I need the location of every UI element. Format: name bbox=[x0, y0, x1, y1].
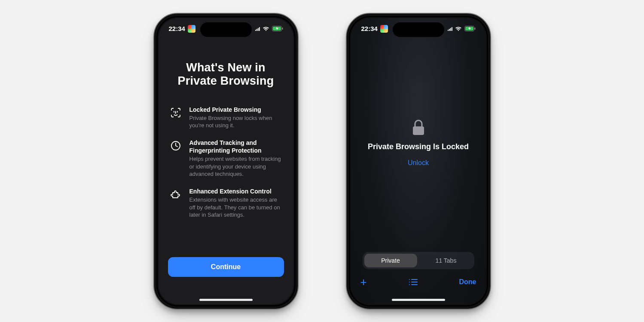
dynamic-island bbox=[393, 22, 444, 37]
feature-list: Locked Private Browsing Private Browsing… bbox=[168, 106, 284, 219]
unlock-button[interactable]: Unlock bbox=[404, 157, 432, 169]
locked-title: Private Browsing Is Locked bbox=[368, 142, 469, 151]
wifi-icon bbox=[262, 26, 269, 31]
feature-desc: Helps prevent websites from tracking or … bbox=[189, 155, 282, 178]
svg-point-9 bbox=[409, 282, 410, 282]
page-title: What's New in Private Browsing bbox=[168, 61, 284, 88]
feature-title: Advanced Tracking and Fingerprinting Pro… bbox=[189, 139, 282, 154]
tab-list-button[interactable] bbox=[408, 279, 418, 285]
home-indicator[interactable] bbox=[392, 299, 445, 301]
wifi-icon bbox=[455, 26, 462, 31]
battery-icon bbox=[272, 26, 283, 31]
bottom-toolbar: + Done bbox=[351, 273, 486, 291]
cell-signal-icon bbox=[255, 27, 260, 31]
cell-signal-icon bbox=[448, 27, 452, 31]
lock-icon bbox=[411, 119, 426, 136]
continue-button[interactable]: Continue bbox=[168, 257, 284, 277]
phone-right: 22:34 bbox=[346, 13, 491, 310]
svg-rect-6 bbox=[474, 28, 475, 30]
battery-icon bbox=[464, 26, 476, 31]
status-time: 22:34 bbox=[361, 25, 378, 32]
clock-icon bbox=[170, 140, 182, 152]
feature-desc: Private Browsing now locks when you're n… bbox=[189, 114, 282, 129]
pip-thumbnail-icon bbox=[380, 25, 388, 33]
feature-title: Locked Private Browsing bbox=[189, 106, 282, 113]
dynamic-island bbox=[200, 22, 252, 37]
pip-thumbnail-icon bbox=[188, 25, 195, 33]
done-button[interactable]: Done bbox=[459, 278, 476, 286]
tab-private[interactable]: Private bbox=[364, 254, 417, 267]
faceid-icon bbox=[170, 107, 182, 119]
svg-point-8 bbox=[409, 279, 410, 280]
tab-other[interactable]: 11 Tabs bbox=[420, 254, 473, 267]
svg-rect-2 bbox=[282, 28, 283, 30]
whats-new-screen: 22:34 bbox=[159, 18, 293, 304]
phone-left: 22:34 bbox=[153, 13, 299, 310]
tab-group-switcher[interactable]: Private 11 Tabs bbox=[363, 252, 474, 269]
feature-tracking-protection: Advanced Tracking and Fingerprinting Pro… bbox=[170, 139, 282, 178]
svg-rect-7 bbox=[413, 126, 424, 135]
svg-point-10 bbox=[409, 284, 410, 285]
feature-title: Enhanced Extension Control bbox=[189, 187, 282, 195]
feature-extension-control: Enhanced Extension Control Extensions wi… bbox=[170, 187, 282, 219]
feature-desc: Extensions with website access are off b… bbox=[189, 196, 282, 219]
extension-icon bbox=[170, 188, 182, 200]
feature-locked-browsing: Locked Private Browsing Private Browsing… bbox=[170, 106, 282, 129]
new-tab-button[interactable]: + bbox=[360, 276, 367, 288]
status-time: 22:34 bbox=[169, 25, 185, 32]
home-indicator[interactable] bbox=[199, 299, 253, 301]
whats-new-sheet: What's New in Private Browsing Locked Pr… bbox=[159, 18, 293, 304]
locked-screen: 22:34 bbox=[351, 18, 486, 304]
